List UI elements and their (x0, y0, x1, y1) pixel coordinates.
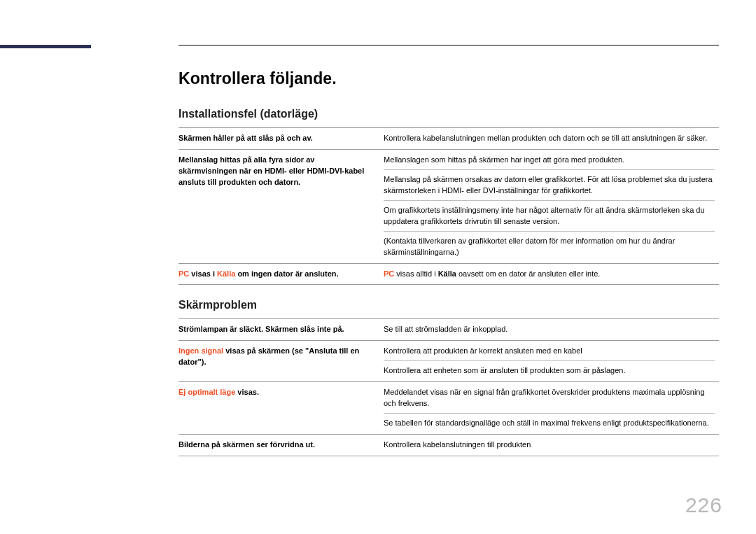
table-row: PC visas i Källa om ingen dator är anslu… (178, 263, 719, 285)
text: visas. (235, 388, 259, 396)
s2r3-left: Ej optimalt läge visas. (178, 382, 384, 435)
s2r3-rightA: Meddelandet visas när en signal från gra… (384, 387, 715, 409)
table-row: Skärmen håller på att slås på och av. Ko… (178, 128, 719, 150)
ingen-signal-label: Ingen signal (178, 346, 223, 355)
s1r2-left: Mellanslag hittas på alla fyra sidor av … (178, 149, 384, 263)
text: visas alltid i (394, 269, 438, 278)
top-divider (178, 45, 719, 45)
inner-divider (384, 169, 715, 170)
s2r1-right: Se till att strömsladden är inkopplad. (384, 319, 719, 341)
table-row: Strömlampan är släckt. Skärmen slås inte… (178, 319, 719, 341)
table-row: Mellanslag hittas på alla fyra sidor av … (178, 149, 719, 263)
section1-heading: Installationsfel (datorläge) (178, 108, 719, 120)
s2r3-right: Meddelandet visas när en signal från gra… (384, 382, 719, 435)
s1r2-rightC: Om grafikkortets inställningsmeny inte h… (384, 205, 715, 227)
ej-optimalt-label: Ej optimalt läge (178, 388, 235, 396)
inner-divider (384, 360, 715, 361)
inner-divider (384, 200, 715, 201)
s2r2-rightB: Kontrollera att enheten som är ansluten … (384, 365, 715, 377)
kalla-label: Källa (438, 269, 456, 278)
text: oavsett om en dator är ansluten eller in… (456, 269, 600, 278)
kalla-label: Källa (217, 269, 235, 278)
table-row: Ej optimalt läge visas. Meddelandet visa… (178, 382, 719, 435)
s1r2-right: Mellanslagen som hittas på skärmen har i… (384, 149, 719, 263)
inner-divider (384, 231, 715, 232)
section1-table: Skärmen håller på att slås på och av. Ko… (178, 127, 719, 285)
pc-label: PC (384, 269, 394, 278)
s1r2-rightD: (Kontakta tillverkaren av grafikkortet e… (384, 236, 715, 258)
s2r4-right: Kontrollera kabelanslutningen till produ… (384, 435, 719, 456)
table-row: Bilderna på skärmen ser förvridna ut. Ko… (178, 435, 719, 456)
page-title: Kontrollera följande. (178, 69, 719, 88)
s1r2-rightA: Mellanslagen som hittas på skärmen har i… (384, 155, 715, 166)
s2r3-rightB: Se tabellen för standardsignalläge och s… (384, 418, 715, 429)
inner-divider (384, 413, 715, 414)
s2r2-left: Ingen signal visas på skärmen (se "Anslu… (178, 341, 384, 382)
s2r4-left: Bilderna på skärmen ser förvridna ut. (178, 435, 384, 456)
s1r1-right: Kontrollera kabelanslutningen mellan pro… (384, 128, 719, 150)
s2r1-left: Strömlampan är släckt. Skärmen slås inte… (178, 319, 384, 341)
page-number: 226 (685, 493, 722, 517)
main-content: Kontrollera följande. Installationsfel (… (178, 45, 719, 456)
text: om ingen dator är ansluten. (235, 269, 338, 278)
section2-table: Strömlampan är släckt. Skärmen slås inte… (178, 318, 719, 456)
text: visas i (189, 269, 217, 278)
s1r2-rightB: Mellanslag på skärmen orsakas av datorn … (384, 174, 715, 197)
s1r3-left: PC visas i Källa om ingen dator är anslu… (178, 263, 384, 285)
s1r1-left: Skärmen håller på att slås på och av. (178, 128, 384, 150)
accent-bar (0, 45, 91, 48)
pc-label: PC (178, 269, 189, 278)
s2r2-right: Kontrollera att produkten är korrekt ans… (384, 341, 719, 382)
table-row: Ingen signal visas på skärmen (se "Anslu… (178, 341, 719, 382)
s2r2-rightA: Kontrollera att produkten är korrekt ans… (384, 346, 715, 357)
section2-heading: Skärmproblem (178, 299, 719, 311)
s1r3-right: PC visas alltid i Källa oavsett om en da… (384, 263, 719, 285)
